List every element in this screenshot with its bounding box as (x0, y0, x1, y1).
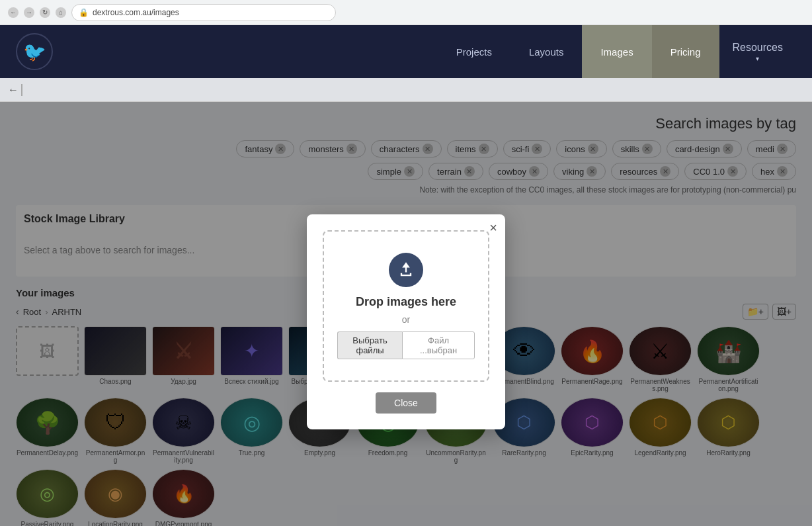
navbar: 🐦 Projects Layouts Images Pricing Resour… (0, 25, 812, 78)
nav-item-resources[interactable]: Resources ▾ (719, 25, 796, 78)
address-bar: 🔒 dextrous.com.au/images (71, 4, 336, 21)
back-bar: ← (0, 78, 812, 102)
main-content: ← Search images by tag fantasy✕ monsters… (0, 78, 812, 526)
cursor-indicator (21, 84, 22, 96)
nav-items: Projects Layouts Images Pricing Resource… (438, 25, 796, 78)
upload-icon (389, 253, 423, 287)
file-chosen-label: Файл ...выбран (402, 331, 475, 359)
refresh-button[interactable]: ↻ (40, 7, 50, 18)
home-button[interactable]: ⌂ (56, 7, 66, 18)
forward-button[interactable]: → (24, 7, 34, 18)
upload-modal: × Drop images here or Выбрать файлы Файл… (307, 214, 505, 429)
choose-file-btn[interactable]: Выбрать файлы (337, 331, 402, 359)
nav-item-pricing[interactable]: Pricing (652, 25, 719, 78)
logo[interactable]: 🐦 (16, 33, 53, 70)
drop-text: Drop images here (337, 295, 475, 309)
nav-item-layouts[interactable]: Layouts (510, 25, 583, 78)
modal-overlay: × Drop images here or Выбрать файлы Файл… (0, 102, 812, 526)
logo-icon: 🐦 (23, 41, 46, 63)
browser-bar: ← → ↻ ⌂ 🔒 dextrous.com.au/images (0, 0, 812, 25)
resources-label: Resources (733, 42, 783, 54)
url-text: dextrous.com.au/images (93, 8, 179, 17)
back-btn[interactable]: ← (8, 84, 19, 96)
back-arrow-icon: ← (8, 84, 19, 96)
page-content: Search images by tag fantasy✕ monsters✕ … (0, 102, 812, 526)
modal-close-button[interactable]: Close (376, 392, 436, 414)
chevron-down-icon: ▾ (756, 55, 759, 62)
lock-icon: 🔒 (79, 8, 89, 17)
back-button[interactable]: ← (8, 7, 19, 18)
drop-zone[interactable]: Drop images here or Выбрать файлы Файл .… (323, 230, 489, 382)
file-input-row: Выбрать файлы Файл ...выбран (337, 331, 475, 359)
nav-item-projects[interactable]: Projects (438, 25, 510, 78)
drop-or: or (337, 314, 475, 325)
modal-close-btn[interactable]: × (489, 221, 497, 234)
nav-item-images[interactable]: Images (582, 25, 651, 78)
